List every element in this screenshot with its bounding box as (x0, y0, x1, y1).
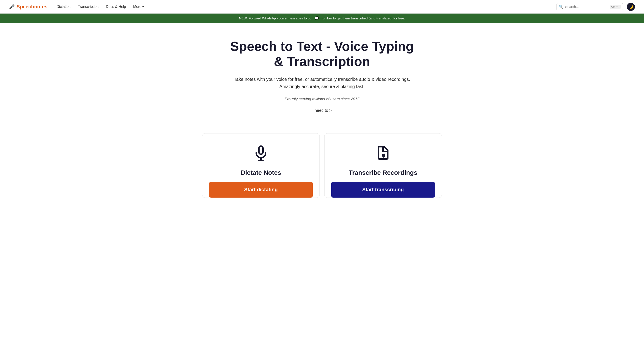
theme-toggle-button[interactable]: 🌙 (627, 3, 635, 11)
banner-text-after: number to get them transcribed (and tran… (321, 16, 405, 20)
nav-dictation[interactable]: Dictation (57, 5, 71, 9)
nav-more[interactable]: More ▾ (133, 4, 144, 9)
search-input[interactable] (565, 5, 608, 8)
hero-title: Speech to Text - Voice Typing & Transcri… (225, 39, 419, 69)
nav-more-label: More (133, 5, 141, 9)
banner-text-before: NEW: Forward WhatsApp voice messages to … (239, 16, 313, 20)
search-shortcut: Ctrl + / (610, 5, 621, 9)
transcribe-card: Transcribe Recordings Start transcribing (324, 133, 442, 198)
dictate-card-title: Dictate Notes (241, 169, 281, 176)
cards-container: Dictate Notes Start dictating Transcribe… (198, 133, 446, 198)
microphone-icon (253, 145, 269, 164)
announcement-banner: NEW: Forward WhatsApp voice messages to … (0, 14, 644, 23)
search-icon: 🔍 (559, 4, 563, 9)
dictate-card: Dictate Notes Start dictating (202, 133, 320, 198)
whatsapp-icon: 💬 (315, 16, 319, 20)
chevron-down-icon: ▾ (142, 4, 144, 9)
hero-subtitle: Take notes with your voice for free, or … (225, 76, 419, 90)
nav-docs-help[interactable]: Docs & Help (106, 5, 126, 9)
audio-file-icon (375, 145, 391, 164)
navbar: 🎤 Speechnotes Dictation Transcription Do… (0, 0, 644, 14)
logo-text: Speechnotes (17, 4, 48, 10)
start-dictating-button[interactable]: Start dictating (209, 182, 313, 198)
logo-link[interactable]: 🎤 Speechnotes (9, 4, 48, 10)
hero-cta[interactable]: I need to > (225, 108, 419, 113)
nav-transcription[interactable]: Transcription (78, 5, 99, 9)
logo-icon: 🎤 (9, 4, 15, 10)
hero-tagline: ~ Proudly serving millions of users sinc… (225, 97, 419, 102)
search-area: 🔍 Ctrl + / (556, 3, 623, 10)
transcribe-card-title: Transcribe Recordings (349, 169, 417, 176)
nav-links: Dictation Transcription Docs & Help More… (57, 4, 556, 9)
hero-section: Speech to Text - Voice Typing & Transcri… (220, 23, 424, 133)
start-transcribing-button[interactable]: Start transcribing (331, 182, 435, 198)
